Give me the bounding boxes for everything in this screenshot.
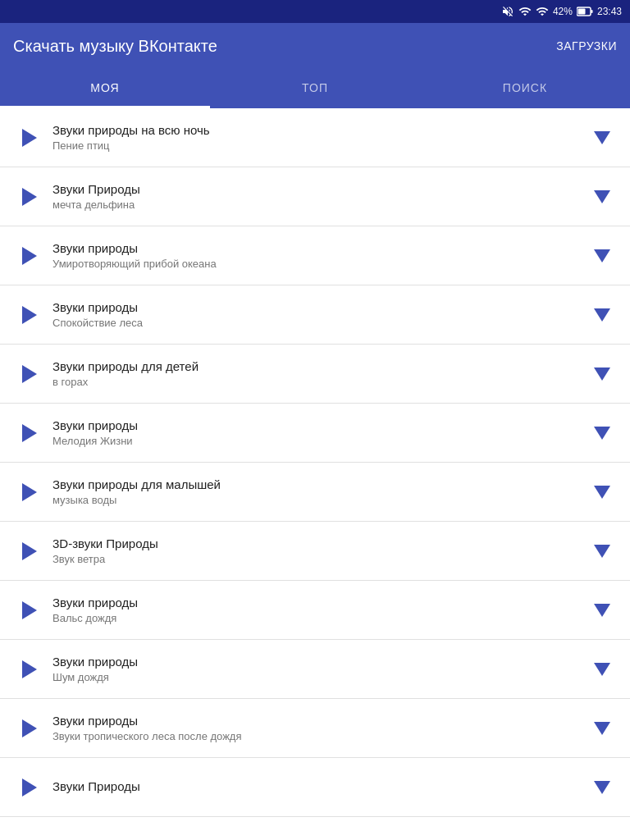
play-icon xyxy=(22,542,37,560)
play-button[interactable] xyxy=(13,773,43,802)
track-artist: Мелодия Жизни xyxy=(52,435,578,447)
track-item: Звуки природы на всю ночь Пение птиц xyxy=(0,108,630,167)
svg-rect-1 xyxy=(578,9,585,15)
track-info: Звуки природы Мелодия Жизни xyxy=(43,418,587,447)
music-list: Звуки природы на всю ночь Пение птиц Зву… xyxy=(0,108,630,840)
play-button[interactable] xyxy=(13,655,43,684)
track-info: 3D-звуки Природы Звук ветра xyxy=(43,536,587,565)
app-title: Скачать музыку ВКонтакте xyxy=(13,37,217,56)
track-title: Звуки природы для малышей xyxy=(52,477,578,491)
track-info: Звуки природы Звуки тропического леса по… xyxy=(43,714,587,742)
battery-text: 42% xyxy=(553,6,573,17)
signal-icon xyxy=(536,5,549,18)
status-bar: 42% 23:43 xyxy=(0,0,630,23)
download-button[interactable] xyxy=(587,477,617,507)
track-artist: Звуки тропического леса после дождя xyxy=(52,730,578,742)
play-button[interactable] xyxy=(13,241,43,271)
track-artist: Пение птиц xyxy=(52,139,578,152)
track-item: Звуки природы для детей в горах xyxy=(0,345,630,404)
track-item: Звуки природы Вальс дождя xyxy=(0,581,630,640)
track-item: Звуки Природы мечта дельфина xyxy=(0,167,630,226)
play-button[interactable] xyxy=(13,477,43,507)
play-button[interactable] xyxy=(13,596,43,625)
download-icon xyxy=(594,486,610,499)
svg-rect-2 xyxy=(591,10,592,13)
play-icon xyxy=(22,306,37,324)
tab-top[interactable]: ТОП xyxy=(210,69,420,106)
track-title: Звуки природы xyxy=(52,300,578,314)
download-icon xyxy=(594,663,610,676)
download-icon xyxy=(594,190,610,203)
track-artist: в горах xyxy=(52,376,578,388)
play-button[interactable] xyxy=(13,714,43,743)
track-item: Звуки природы для малышей музыка воды xyxy=(0,463,630,522)
track-title: Звуки природы xyxy=(52,714,578,728)
track-title: Звуки природы для детей xyxy=(52,359,578,373)
track-info: Звуки природы Шум дождя xyxy=(43,655,587,683)
download-icon xyxy=(594,604,610,617)
track-title: Звуки природы на всю ночь xyxy=(52,123,578,137)
track-artist: Звук ветра xyxy=(52,553,578,565)
track-artist: Шум дождя xyxy=(52,671,578,683)
track-item: Звуки природы Спокойствие леса xyxy=(0,285,630,345)
track-info: Звуки природы для детей в горах xyxy=(43,359,587,388)
track-info: Звуки природы Умиротворяющий прибой океа… xyxy=(43,241,587,270)
tab-bar: МОЯ ТОП ПОИСК xyxy=(0,69,630,108)
download-icon xyxy=(594,545,610,558)
track-artist: музыка воды xyxy=(52,494,578,506)
download-icon xyxy=(594,781,610,794)
download-button[interactable] xyxy=(587,596,617,625)
track-artist: Умиротворяющий прибой океана xyxy=(52,258,578,270)
track-title: Звуки Природы xyxy=(52,182,578,196)
play-button[interactable] xyxy=(13,123,43,153)
play-button[interactable] xyxy=(13,418,43,448)
track-artist: Спокойствие леса xyxy=(52,317,578,329)
download-icon xyxy=(594,249,610,262)
download-icon xyxy=(594,722,610,735)
track-title: Звуки природы xyxy=(52,418,578,432)
tab-my[interactable]: МОЯ xyxy=(0,69,210,106)
play-icon xyxy=(22,660,37,678)
download-button[interactable] xyxy=(587,773,617,802)
download-button[interactable] xyxy=(587,536,617,566)
track-title: 3D-звуки Природы xyxy=(52,536,578,550)
track-artist: мечта дельфина xyxy=(52,199,578,211)
play-button[interactable] xyxy=(13,182,43,212)
play-button[interactable] xyxy=(13,300,43,330)
downloads-button[interactable]: ЗАГРУЗКИ xyxy=(556,39,617,52)
time-text: 23:43 xyxy=(597,6,622,17)
play-icon xyxy=(22,601,37,619)
app-bar: Скачать музыку ВКонтакте ЗАГРУЗКИ xyxy=(0,23,630,69)
play-icon xyxy=(22,483,37,501)
track-item: Звуки природы Звуки тропического леса по… xyxy=(0,699,630,758)
track-title: Звуки Природы xyxy=(52,779,578,793)
play-button[interactable] xyxy=(13,536,43,566)
play-button[interactable] xyxy=(13,359,43,389)
download-button[interactable] xyxy=(587,655,617,684)
download-button[interactable] xyxy=(587,300,617,330)
download-icon xyxy=(594,308,610,322)
play-icon xyxy=(22,247,37,265)
track-item: Звуки природы Умиротворяющий прибой океа… xyxy=(0,226,630,285)
track-info: Звуки природы на всю ночь Пение птиц xyxy=(43,123,587,152)
play-icon xyxy=(22,129,37,147)
track-title: Звуки природы xyxy=(52,655,578,669)
wifi-icon xyxy=(518,5,532,18)
download-button[interactable] xyxy=(587,241,617,271)
download-icon xyxy=(594,131,610,144)
play-icon xyxy=(22,719,37,737)
download-button[interactable] xyxy=(587,359,617,389)
track-item: 3D-звуки Природы Звук ветра xyxy=(0,522,630,581)
track-item: Звуки природы Шум дождя xyxy=(0,640,630,699)
download-button[interactable] xyxy=(587,714,617,743)
tab-search[interactable]: ПОИСК xyxy=(420,69,630,106)
play-icon xyxy=(22,365,37,383)
play-icon xyxy=(22,778,37,797)
download-button[interactable] xyxy=(587,182,617,212)
download-button[interactable] xyxy=(587,418,617,448)
mute-icon xyxy=(501,5,514,18)
download-button[interactable] xyxy=(587,123,617,153)
track-title: Звуки природы xyxy=(52,596,578,609)
download-icon xyxy=(594,427,610,440)
track-artist: Вальс дождя xyxy=(52,612,578,624)
